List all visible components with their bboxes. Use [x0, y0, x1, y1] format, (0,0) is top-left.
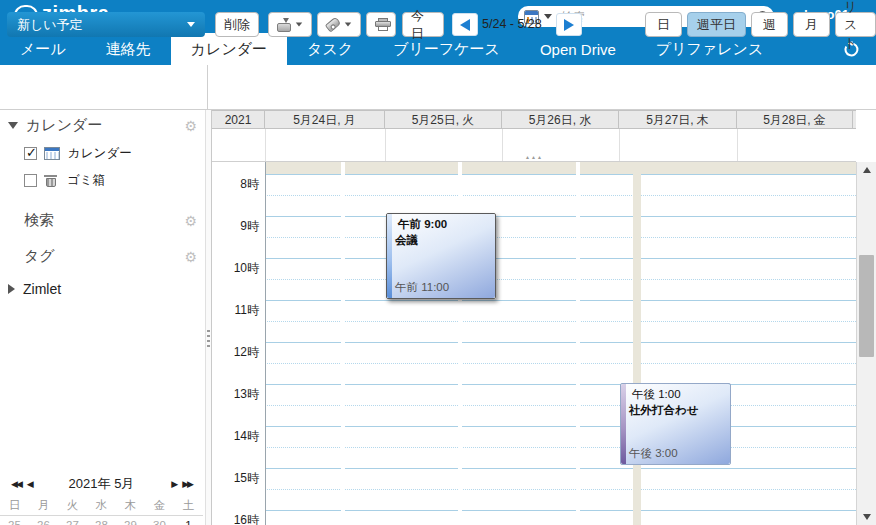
tag-button[interactable] [317, 12, 361, 37]
minical-weekday: 火 [58, 495, 87, 516]
minical-day-cell[interactable]: 1 [174, 516, 203, 525]
sidebar: カレンダー ⚙ カレンダー ゴミ箱 検索 ⚙ タグ ⚙ Zimlet ◀◀ ◀ … [0, 110, 205, 525]
allday-column-separator [385, 129, 386, 161]
hour-line [265, 426, 856, 427]
sidebar-resize-handle[interactable] [205, 110, 212, 525]
tab-1[interactable]: メール [0, 33, 86, 65]
tab-7[interactable]: プリファレンス [636, 33, 783, 65]
move-to-folder-icon [277, 18, 291, 32]
appointment-title: 会議 [387, 232, 495, 248]
hour-line [265, 468, 856, 469]
sidebar-section-tags[interactable]: タグ ⚙ [0, 238, 205, 274]
minical-prev-month-icon[interactable]: ◀ [24, 479, 35, 489]
tag-icon [325, 17, 342, 33]
today-button[interactable]: 今日 [402, 12, 444, 37]
tab-5[interactable]: ブリーフケース [373, 33, 520, 65]
minical-day-cell[interactable]: 26 [29, 516, 58, 525]
scrollbar-thumb[interactable] [859, 255, 874, 357]
hour-line [265, 174, 856, 175]
hour-label: 10時 [212, 260, 259, 277]
minical-week-row: 2526272829301 [0, 516, 203, 525]
app-tab-bar: メール連絡先カレンダータスクブリーフケースOpen Driveプリファレンス [0, 33, 876, 65]
sidebar-item-calendar[interactable]: カレンダー [0, 140, 205, 167]
new-appointment-label: 新しい予定 [17, 16, 83, 34]
move-button[interactable] [268, 12, 312, 37]
new-appointment-dropdown-icon [187, 22, 195, 27]
zimlet-header-label: Zimlet [23, 281, 61, 297]
sidebar-section-zimlet[interactable]: Zimlet [0, 274, 205, 303]
minical-grid: 日月火水木金土 25262728293012345678910111213141… [0, 495, 203, 525]
day-header-1[interactable]: 5月24日, 月 [265, 111, 385, 129]
day-header-3[interactable]: 5月26日, 水 [502, 111, 619, 129]
hour-line [265, 300, 856, 301]
appointment-2[interactable]: 午後 1:00社外打合わせ午後 3:00 [620, 383, 731, 465]
day-header-4[interactable]: 5月27日, 木 [619, 111, 737, 129]
minical-prev-year-icon[interactable]: ◀◀ [8, 479, 24, 489]
sidebar-item-trash[interactable]: ゴミ箱 [0, 167, 205, 194]
day-header-5[interactable]: 5月28日, 金 [737, 111, 853, 129]
hour-label: 16時 [212, 512, 259, 525]
tab-4[interactable]: タスク [287, 33, 373, 65]
allday-column-separator [737, 129, 738, 161]
minical-day-cell[interactable]: 25 [0, 516, 29, 525]
view-button-2[interactable]: 週平日 [687, 12, 746, 37]
new-appointment-button[interactable]: 新しい予定 [7, 12, 205, 37]
half-hour-line [265, 489, 856, 490]
all-day-row[interactable]: ▲▲▲ [212, 129, 856, 162]
print-button[interactable] [366, 12, 396, 37]
minical-day-cell[interactable]: 29 [116, 516, 145, 525]
collapse-icon[interactable] [8, 122, 18, 129]
view-button-4[interactable]: 月 [793, 12, 830, 37]
delete-button[interactable]: 削除 [215, 12, 259, 37]
minical-day-cell[interactable]: 28 [87, 516, 116, 525]
previous-week-button[interactable] [452, 13, 478, 36]
half-hour-line [265, 321, 856, 322]
appointment-start-time: 午前 9:00 [387, 214, 495, 232]
scroll-up-button[interactable] [857, 162, 876, 178]
minical-day-cell[interactable]: 27 [58, 516, 87, 525]
print-icon [375, 18, 387, 31]
trash-checkbox[interactable] [24, 174, 37, 187]
trash-icon [44, 174, 58, 188]
tab-3[interactable]: カレンダー [171, 33, 287, 65]
day-column-separator [576, 162, 580, 525]
day-header-2[interactable]: 5月25日, 火 [385, 111, 502, 129]
view-button-5[interactable]: リスト [835, 12, 876, 37]
calendar-time-grid[interactable]: 8時9時10時11時12時13時14時15時16時午前 9:00会議午前 11:… [212, 162, 856, 525]
tab-6[interactable]: Open Drive [520, 33, 636, 65]
search-gear-icon[interactable]: ⚙ [184, 213, 197, 229]
hour-label: 8時 [212, 176, 259, 193]
calendars-gear-icon[interactable]: ⚙ [184, 118, 197, 134]
day-column-separator [341, 162, 345, 525]
vertical-scrollbar[interactable] [856, 162, 876, 525]
sidebar-section-search[interactable]: 検索 ⚙ [0, 202, 205, 238]
trash-item-label: ゴミ箱 [67, 172, 105, 189]
minical-day-cell[interactable]: 30 [145, 516, 174, 525]
minical-next-year-icon[interactable]: ▶▶ [179, 479, 195, 489]
next-week-button[interactable] [556, 13, 582, 36]
half-hour-line [265, 279, 856, 280]
tag-dropdown-icon [345, 23, 351, 27]
view-button-1[interactable]: 日 [645, 12, 682, 37]
appointment-1[interactable]: 午前 9:00会議午前 11:00 [386, 213, 496, 299]
today-label: 今日 [411, 7, 435, 43]
hour-line [265, 342, 856, 343]
tab-2[interactable]: 連絡先 [86, 33, 171, 65]
expand-icon[interactable] [8, 284, 15, 294]
allday-expander-icon[interactable]: ▲▲▲ [525, 154, 543, 160]
calendar-checkbox[interactable] [24, 147, 37, 160]
hour-line [265, 384, 856, 385]
minical-next-month-icon[interactable]: ▶ [168, 479, 179, 489]
time-gutter-separator [265, 162, 266, 525]
search-scope-dropdown-icon[interactable] [544, 14, 552, 19]
minical-weekday: 木 [116, 495, 145, 516]
tags-gear-icon[interactable]: ⚙ [184, 249, 197, 265]
calendar-item-label: カレンダー [68, 145, 132, 162]
calendars-header-label: カレンダー [26, 116, 102, 135]
scroll-down-button[interactable] [857, 509, 876, 525]
right-filler-column [633, 162, 641, 525]
sidebar-section-calendars[interactable]: カレンダー ⚙ [0, 110, 205, 140]
search-header-label: 検索 [24, 211, 54, 230]
toolbar-divider [207, 65, 208, 110]
view-button-3[interactable]: 週 [751, 12, 788, 37]
